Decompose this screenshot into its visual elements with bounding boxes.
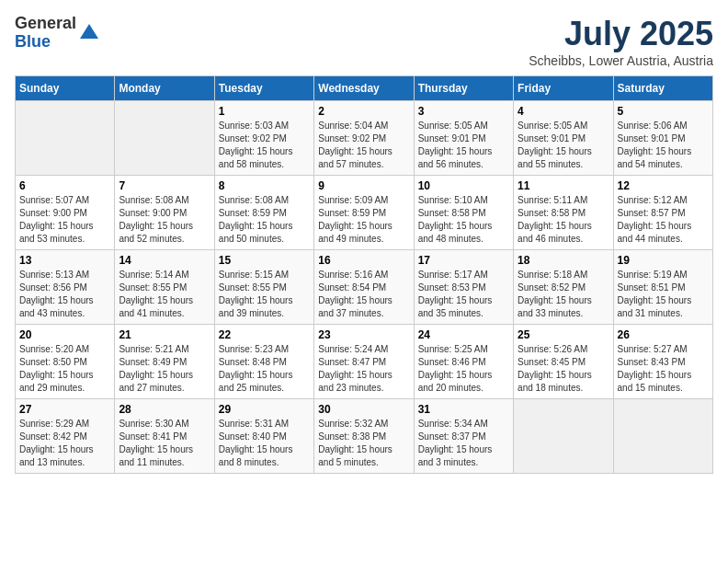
day-number: 31 [418,403,509,416]
day-number: 11 [518,179,609,192]
calendar-cell: 16Sunrise: 5:16 AM Sunset: 8:54 PM Dayli… [314,250,414,325]
calendar-cell: 4Sunrise: 5:05 AM Sunset: 9:01 PM Daylig… [514,101,613,176]
title-block: July 2025 Scheibbs, Lower Austria, Austr… [529,15,713,68]
logo-text: General Blue [15,15,76,52]
calendar-cell: 9Sunrise: 5:09 AM Sunset: 8:59 PM Daylig… [314,176,414,250]
calendar-cell: 12Sunrise: 5:12 AM Sunset: 8:57 PM Dayli… [613,176,712,250]
calendar-cell: 14Sunrise: 5:14 AM Sunset: 8:55 PM Dayli… [115,250,214,325]
calendar-cell: 15Sunrise: 5:15 AM Sunset: 8:55 PM Dayli… [214,250,313,325]
day-number: 23 [318,328,409,341]
day-number: 25 [518,328,609,341]
weekday-header: Wednesday [314,76,414,101]
calendar-week-row: 1Sunrise: 5:03 AM Sunset: 9:02 PM Daylig… [16,101,713,176]
calendar-cell [115,101,214,176]
calendar-cell: 8Sunrise: 5:08 AM Sunset: 8:59 PM Daylig… [214,176,313,250]
day-info: Sunrise: 5:10 AM Sunset: 8:58 PM Dayligh… [418,194,509,246]
day-info: Sunrise: 5:12 AM Sunset: 8:57 PM Dayligh… [618,194,709,246]
calendar-cell: 28Sunrise: 5:30 AM Sunset: 8:41 PM Dayli… [115,399,214,474]
weekday-header: Tuesday [214,76,313,101]
calendar-cell: 1Sunrise: 5:03 AM Sunset: 9:02 PM Daylig… [214,101,313,176]
day-number: 1 [219,105,310,118]
day-number: 7 [119,179,210,192]
day-info: Sunrise: 5:27 AM Sunset: 8:43 PM Dayligh… [618,343,709,395]
page-header: General Blue July 2025 Scheibbs, Lower A… [15,15,713,68]
calendar-week-row: 13Sunrise: 5:13 AM Sunset: 8:56 PM Dayli… [16,250,713,325]
day-info: Sunrise: 5:23 AM Sunset: 8:48 PM Dayligh… [219,343,310,395]
day-info: Sunrise: 5:17 AM Sunset: 8:53 PM Dayligh… [418,269,509,320]
logo-general: General [15,15,76,33]
day-number: 5 [618,105,709,118]
calendar-cell [16,101,115,176]
day-number: 12 [618,179,709,192]
day-number: 17 [418,254,509,267]
day-info: Sunrise: 5:08 AM Sunset: 8:59 PM Dayligh… [219,194,310,246]
day-number: 21 [119,328,210,341]
weekday-header: Sunday [16,76,115,101]
calendar-header: SundayMondayTuesdayWednesdayThursdayFrid… [16,76,713,101]
day-info: Sunrise: 5:18 AM Sunset: 8:52 PM Dayligh… [518,269,609,320]
day-info: Sunrise: 5:32 AM Sunset: 8:38 PM Dayligh… [318,418,409,469]
day-info: Sunrise: 5:05 AM Sunset: 9:01 PM Dayligh… [518,120,609,171]
day-info: Sunrise: 5:21 AM Sunset: 8:49 PM Dayligh… [119,343,210,395]
calendar-week-row: 27Sunrise: 5:29 AM Sunset: 8:42 PM Dayli… [16,399,713,474]
calendar-cell: 2Sunrise: 5:04 AM Sunset: 9:02 PM Daylig… [314,101,414,176]
day-info: Sunrise: 5:20 AM Sunset: 8:50 PM Dayligh… [19,343,110,395]
calendar-cell: 18Sunrise: 5:18 AM Sunset: 8:52 PM Dayli… [514,250,613,325]
day-number: 14 [119,254,210,267]
day-number: 18 [518,254,609,267]
day-number: 16 [318,254,409,267]
calendar-cell: 29Sunrise: 5:31 AM Sunset: 8:40 PM Dayli… [214,399,313,474]
calendar-cell: 7Sunrise: 5:08 AM Sunset: 9:00 PM Daylig… [115,176,214,250]
svg-marker-0 [80,24,98,39]
day-info: Sunrise: 5:34 AM Sunset: 8:37 PM Dayligh… [418,418,509,469]
calendar-cell: 5Sunrise: 5:06 AM Sunset: 9:01 PM Daylig… [613,101,712,176]
day-number: 15 [219,254,310,267]
day-number: 27 [19,403,110,416]
day-info: Sunrise: 5:25 AM Sunset: 8:46 PM Dayligh… [418,343,509,395]
weekday-row: SundayMondayTuesdayWednesdayThursdayFrid… [16,76,713,101]
calendar-week-row: 6Sunrise: 5:07 AM Sunset: 9:00 PM Daylig… [16,176,713,250]
location: Scheibbs, Lower Austria, Austria [529,53,713,68]
calendar-cell: 31Sunrise: 5:34 AM Sunset: 8:37 PM Dayli… [414,399,513,474]
calendar-cell: 6Sunrise: 5:07 AM Sunset: 9:00 PM Daylig… [16,176,115,250]
calendar-body: 1Sunrise: 5:03 AM Sunset: 9:02 PM Daylig… [16,101,713,474]
calendar-cell: 26Sunrise: 5:27 AM Sunset: 8:43 PM Dayli… [613,325,712,399]
day-number: 28 [119,403,210,416]
calendar-cell: 11Sunrise: 5:11 AM Sunset: 8:58 PM Dayli… [514,176,613,250]
day-info: Sunrise: 5:15 AM Sunset: 8:55 PM Dayligh… [219,269,310,320]
day-info: Sunrise: 5:08 AM Sunset: 9:00 PM Dayligh… [119,194,210,246]
day-number: 13 [19,254,110,267]
day-info: Sunrise: 5:09 AM Sunset: 8:59 PM Dayligh… [318,194,409,246]
calendar-cell: 24Sunrise: 5:25 AM Sunset: 8:46 PM Dayli… [414,325,513,399]
calendar-cell: 23Sunrise: 5:24 AM Sunset: 8:47 PM Dayli… [314,325,414,399]
day-info: Sunrise: 5:14 AM Sunset: 8:55 PM Dayligh… [119,269,210,320]
logo: General Blue [15,15,100,52]
day-number: 30 [318,403,409,416]
day-number: 10 [418,179,509,192]
calendar-cell [613,399,712,474]
day-number: 29 [219,403,310,416]
weekday-header: Friday [514,76,613,101]
calendar-cell: 22Sunrise: 5:23 AM Sunset: 8:48 PM Dayli… [214,325,313,399]
day-number: 19 [618,254,709,267]
logo-icon [78,22,100,44]
day-number: 4 [518,105,609,118]
day-number: 8 [219,179,310,192]
logo-blue: Blue [15,33,76,52]
calendar-cell: 17Sunrise: 5:17 AM Sunset: 8:53 PM Dayli… [414,250,513,325]
day-info: Sunrise: 5:24 AM Sunset: 8:47 PM Dayligh… [318,343,409,395]
calendar-cell: 13Sunrise: 5:13 AM Sunset: 8:56 PM Dayli… [16,250,115,325]
weekday-header: Monday [115,76,214,101]
day-number: 24 [418,328,509,341]
calendar-cell: 19Sunrise: 5:19 AM Sunset: 8:51 PM Dayli… [613,250,712,325]
calendar-cell: 20Sunrise: 5:20 AM Sunset: 8:50 PM Dayli… [16,325,115,399]
day-info: Sunrise: 5:11 AM Sunset: 8:58 PM Dayligh… [518,194,609,246]
day-info: Sunrise: 5:26 AM Sunset: 8:45 PM Dayligh… [518,343,609,395]
calendar-cell [514,399,613,474]
day-info: Sunrise: 5:31 AM Sunset: 8:40 PM Dayligh… [219,418,310,469]
day-info: Sunrise: 5:07 AM Sunset: 9:00 PM Dayligh… [19,194,110,246]
day-info: Sunrise: 5:03 AM Sunset: 9:02 PM Dayligh… [219,120,310,171]
calendar-cell: 27Sunrise: 5:29 AM Sunset: 8:42 PM Dayli… [16,399,115,474]
day-info: Sunrise: 5:29 AM Sunset: 8:42 PM Dayligh… [19,418,110,469]
day-info: Sunrise: 5:05 AM Sunset: 9:01 PM Dayligh… [418,120,509,171]
